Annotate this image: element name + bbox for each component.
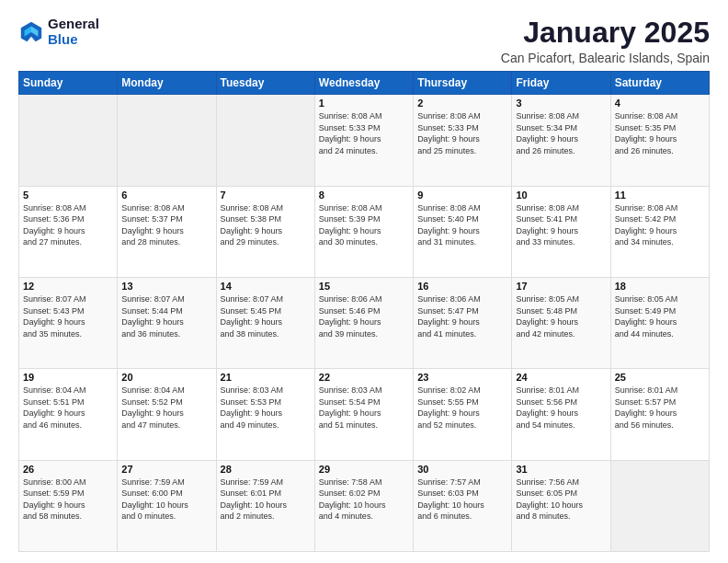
table-row: 6Sunrise: 8:08 AM Sunset: 5:37 PM Daylig… [118, 186, 216, 277]
day-number: 22 [319, 372, 409, 383]
day-info: Sunrise: 8:03 AM Sunset: 5:53 PM Dayligh… [221, 385, 311, 431]
table-row: 1Sunrise: 8:08 AM Sunset: 5:33 PM Daylig… [314, 95, 413, 186]
day-info: Sunrise: 8:05 AM Sunset: 5:48 PM Dayligh… [516, 293, 606, 339]
table-row: 30Sunrise: 7:57 AM Sunset: 6:03 PM Dayli… [414, 460, 512, 551]
day-number: 20 [121, 372, 211, 383]
table-row: 21Sunrise: 8:03 AM Sunset: 5:53 PM Dayli… [216, 369, 314, 460]
header: General Blue January 2025 Can Picafort, … [18, 17, 710, 65]
day-number: 25 [615, 372, 705, 383]
table-row [216, 95, 314, 186]
table-row: 12Sunrise: 8:07 AM Sunset: 5:43 PM Dayli… [19, 277, 118, 368]
table-row: 13Sunrise: 8:07 AM Sunset: 5:44 PM Dayli… [118, 277, 216, 368]
day-info: Sunrise: 8:01 AM Sunset: 5:57 PM Dayligh… [615, 385, 705, 431]
table-row: 19Sunrise: 8:04 AM Sunset: 5:51 PM Dayli… [19, 369, 118, 460]
day-number: 27 [121, 464, 211, 475]
day-info: Sunrise: 8:01 AM Sunset: 5:56 PM Dayligh… [516, 385, 606, 431]
col-friday: Friday [512, 72, 610, 95]
table-row: 9Sunrise: 8:08 AM Sunset: 5:40 PM Daylig… [414, 186, 512, 277]
table-row: 4Sunrise: 8:08 AM Sunset: 5:35 PM Daylig… [610, 95, 709, 186]
table-row: 14Sunrise: 8:07 AM Sunset: 5:45 PM Dayli… [216, 277, 314, 368]
table-row: 8Sunrise: 8:08 AM Sunset: 5:39 PM Daylig… [314, 186, 413, 277]
calendar-week-row: 5Sunrise: 8:08 AM Sunset: 5:36 PM Daylig… [19, 186, 710, 277]
table-row: 26Sunrise: 8:00 AM Sunset: 5:59 PM Dayli… [19, 460, 118, 551]
col-thursday: Thursday [414, 72, 512, 95]
table-row: 29Sunrise: 7:58 AM Sunset: 6:02 PM Dayli… [314, 460, 413, 551]
day-info: Sunrise: 8:08 AM Sunset: 5:38 PM Dayligh… [221, 202, 311, 248]
day-info: Sunrise: 8:08 AM Sunset: 5:39 PM Dayligh… [319, 202, 409, 248]
calendar-week-row: 12Sunrise: 8:07 AM Sunset: 5:43 PM Dayli… [19, 277, 710, 368]
col-wednesday: Wednesday [314, 72, 413, 95]
day-number: 16 [417, 281, 507, 292]
col-sunday: Sunday [19, 72, 118, 95]
day-number: 5 [23, 190, 113, 201]
logo-blue: Blue [48, 32, 99, 48]
logo-general: General [48, 17, 99, 32]
day-number: 10 [516, 190, 606, 201]
table-row: 18Sunrise: 8:05 AM Sunset: 5:49 PM Dayli… [610, 277, 709, 368]
table-row: 27Sunrise: 7:59 AM Sunset: 6:00 PM Dayli… [118, 460, 216, 551]
day-number: 28 [221, 464, 311, 475]
day-number: 15 [319, 281, 409, 292]
table-row [610, 460, 709, 551]
calendar-header-row: Sunday Monday Tuesday Wednesday Thursday… [19, 72, 710, 95]
day-number: 3 [516, 98, 606, 109]
day-number: 6 [121, 190, 211, 201]
day-number: 19 [23, 372, 113, 383]
day-number: 1 [319, 98, 409, 109]
day-number: 23 [417, 372, 507, 383]
table-row [19, 95, 118, 186]
table-row: 25Sunrise: 8:01 AM Sunset: 5:57 PM Dayli… [610, 369, 709, 460]
day-info: Sunrise: 8:08 AM Sunset: 5:40 PM Dayligh… [417, 202, 507, 248]
day-number: 30 [417, 464, 507, 475]
day-info: Sunrise: 8:00 AM Sunset: 5:59 PM Dayligh… [23, 477, 113, 523]
table-row: 22Sunrise: 8:03 AM Sunset: 5:54 PM Dayli… [314, 369, 413, 460]
table-row: 28Sunrise: 7:59 AM Sunset: 6:01 PM Dayli… [216, 460, 314, 551]
table-row: 16Sunrise: 8:06 AM Sunset: 5:47 PM Dayli… [414, 277, 512, 368]
day-info: Sunrise: 8:05 AM Sunset: 5:49 PM Dayligh… [615, 293, 705, 339]
table-row: 24Sunrise: 8:01 AM Sunset: 5:56 PM Dayli… [512, 369, 610, 460]
day-number: 29 [319, 464, 409, 475]
day-info: Sunrise: 8:06 AM Sunset: 5:46 PM Dayligh… [319, 293, 409, 339]
day-info: Sunrise: 7:59 AM Sunset: 6:00 PM Dayligh… [121, 477, 211, 523]
day-info: Sunrise: 7:57 AM Sunset: 6:03 PM Dayligh… [417, 477, 507, 523]
day-number: 14 [221, 281, 311, 292]
table-row: 23Sunrise: 8:02 AM Sunset: 5:55 PM Dayli… [414, 369, 512, 460]
day-number: 24 [516, 372, 606, 383]
table-row: 17Sunrise: 8:05 AM Sunset: 5:48 PM Dayli… [512, 277, 610, 368]
logo: General Blue [18, 17, 99, 47]
day-number: 12 [23, 281, 113, 292]
day-number: 31 [516, 464, 606, 475]
logo-text: General Blue [48, 17, 99, 47]
day-info: Sunrise: 8:04 AM Sunset: 5:51 PM Dayligh… [23, 385, 113, 431]
day-info: Sunrise: 8:03 AM Sunset: 5:54 PM Dayligh… [319, 385, 409, 431]
day-info: Sunrise: 8:02 AM Sunset: 5:55 PM Dayligh… [417, 385, 507, 431]
day-number: 9 [417, 190, 507, 201]
table-row: 15Sunrise: 8:06 AM Sunset: 5:46 PM Dayli… [314, 277, 413, 368]
day-number: 7 [221, 190, 311, 201]
day-info: Sunrise: 8:06 AM Sunset: 5:47 PM Dayligh… [417, 293, 507, 339]
main-title: January 2025 [501, 17, 710, 49]
table-row: 3Sunrise: 8:08 AM Sunset: 5:34 PM Daylig… [512, 95, 610, 186]
col-tuesday: Tuesday [216, 72, 314, 95]
day-info: Sunrise: 8:07 AM Sunset: 5:44 PM Dayligh… [121, 293, 211, 339]
day-info: Sunrise: 8:07 AM Sunset: 5:45 PM Dayligh… [221, 293, 311, 339]
day-number: 26 [23, 464, 113, 475]
subtitle: Can Picafort, Balearic Islands, Spain [501, 51, 710, 65]
day-info: Sunrise: 8:08 AM Sunset: 5:34 PM Dayligh… [516, 110, 606, 156]
page: General Blue January 2025 Can Picafort, … [0, 0, 728, 563]
table-row: 10Sunrise: 8:08 AM Sunset: 5:41 PM Dayli… [512, 186, 610, 277]
table-row: 2Sunrise: 8:08 AM Sunset: 5:33 PM Daylig… [414, 95, 512, 186]
table-row: 7Sunrise: 8:08 AM Sunset: 5:38 PM Daylig… [216, 186, 314, 277]
day-info: Sunrise: 8:08 AM Sunset: 5:41 PM Dayligh… [516, 202, 606, 248]
day-info: Sunrise: 7:59 AM Sunset: 6:01 PM Dayligh… [221, 477, 311, 523]
day-info: Sunrise: 8:08 AM Sunset: 5:33 PM Dayligh… [417, 110, 507, 156]
table-row: 31Sunrise: 7:56 AM Sunset: 6:05 PM Dayli… [512, 460, 610, 551]
day-number: 4 [615, 98, 705, 109]
col-saturday: Saturday [610, 72, 709, 95]
calendar-table: Sunday Monday Tuesday Wednesday Thursday… [18, 71, 710, 552]
day-info: Sunrise: 8:08 AM Sunset: 5:42 PM Dayligh… [615, 202, 705, 248]
day-info: Sunrise: 8:07 AM Sunset: 5:43 PM Dayligh… [23, 293, 113, 339]
day-info: Sunrise: 8:08 AM Sunset: 5:33 PM Dayligh… [319, 110, 409, 156]
table-row: 5Sunrise: 8:08 AM Sunset: 5:36 PM Daylig… [19, 186, 118, 277]
day-number: 21 [221, 372, 311, 383]
